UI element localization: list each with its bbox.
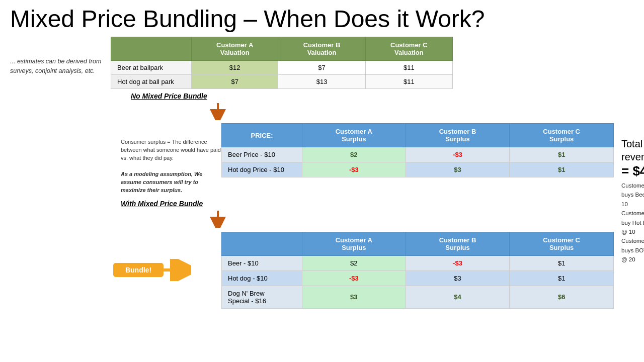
surplus-1-c-1: $1 <box>510 147 614 162</box>
bundle-section: Bundle! Customer ASurplus Custome <box>121 232 614 309</box>
valuation-table: Customer AValuation Customer BValuation … <box>111 37 453 89</box>
right-column: Total revenue = $40 Customer A buys Beer… <box>614 37 644 362</box>
surplus-1-a-1: $2 <box>302 147 406 162</box>
arrow-down-2 <box>209 210 614 230</box>
surplus-1-c-2: $1 <box>510 162 614 177</box>
page-title: Mixed Price Bundling – When Does it Work… <box>10 5 634 33</box>
center-column: ... estimates can be derived from survey… <box>10 37 614 362</box>
bundle-arrow-box: Bundle! <box>113 259 191 281</box>
revenue-1-note-2: Customer B buy Hot Dog @ 10 <box>621 209 644 236</box>
bundle-arrow-svg: Bundle! <box>113 259 191 281</box>
bundle-left: Bundle! <box>121 232 221 309</box>
surplus-2-row-2: Hot dog - $10 -$3 $3 $1 <box>222 270 614 286</box>
surplus-2-b-1: -$3 <box>406 255 510 270</box>
val-b-2: $13 <box>278 75 365 89</box>
bundle-table-wrap: Customer ASurplus Customer BSurplus Cust… <box>221 232 614 309</box>
valuation-table-wrap: Customer AValuation Customer BValuation … <box>111 37 614 89</box>
down-arrow-svg-2 <box>209 210 227 228</box>
surplus-1-row-1: Beer Price - $10 $2 -$3 $1 <box>222 147 614 162</box>
val-a-2: $7 <box>192 75 278 89</box>
no-bundle-label: No Mixed Price Bundle <box>131 92 614 100</box>
surplus-1-item-1: Beer Price - $10 <box>222 147 302 162</box>
surplus-1-item-2: Hot dog Price - $10 <box>222 162 302 177</box>
revenue-1-note-3: Customer C buys BOTH @ 20 <box>621 236 644 264</box>
surplus-2-a-2: -$3 <box>302 270 406 286</box>
surplus-2-item-2: Hot dog - $10 <box>222 270 302 286</box>
surplus-2-header-c: Customer CSurplus <box>510 232 614 255</box>
val-c-1: $11 <box>365 61 452 75</box>
revenue-1: Total revenue = $40 Customer A buys Beer… <box>621 137 644 264</box>
surplus-1-a-2: -$3 <box>302 162 406 177</box>
surplus-price-header: PRICE: <box>222 124 302 147</box>
surplus-1-header-c: Customer CSurplus <box>510 124 614 147</box>
val-item-1: Beer at ballpark <box>111 61 192 75</box>
surplus-1-header-b: Customer BSurplus <box>406 124 510 147</box>
revenue-1-notes: Customer A buys Beer @ 10 Customer B buy… <box>621 181 644 264</box>
surplus-2-row-1: Beer - $10 $2 -$3 $1 <box>222 255 614 270</box>
surplus-section-1: Consumer surplus = The difference betwee… <box>121 123 614 195</box>
val-header-cust-a: Customer AValuation <box>192 37 278 61</box>
revenue-1-note-1: Customer A buys Beer @ 10 <box>621 181 644 209</box>
top-area: ... estimates can be derived from survey… <box>10 37 614 89</box>
surplus-table-1: PRICE: Customer ASurplus Customer BSurpl… <box>221 123 614 177</box>
surplus-2-c-2: $1 <box>510 270 614 286</box>
down-arrow-svg-1 <box>209 102 227 120</box>
surplus-table-1-wrap: PRICE: Customer ASurplus Customer BSurpl… <box>221 123 614 195</box>
surplus-2-header-empty <box>222 232 302 255</box>
revenue-1-label: Total revenue <box>621 137 644 163</box>
val-header-empty <box>111 37 192 61</box>
surplus-1-header-a: Customer ASurplus <box>302 124 406 147</box>
surplus-1-b-1: -$3 <box>406 147 510 162</box>
val-header-cust-c: Customer CValuation <box>365 37 452 61</box>
val-a-1: $12 <box>192 61 278 75</box>
surplus-table-2: Customer ASurplus Customer BSurplus Cust… <box>221 232 614 309</box>
surplus-2-b-2: $3 <box>406 270 510 286</box>
surplus-note-body: As a modeling assumption, We assume cons… <box>121 171 202 193</box>
val-row-2: Hot dog at ball park $7 $13 $11 <box>111 75 453 89</box>
surplus-2-c-1: $1 <box>510 255 614 270</box>
outer-layout: ... estimates can be derived from survey… <box>10 37 634 362</box>
surplus-2-a-1: $2 <box>302 255 406 270</box>
surplus-1-b-2: $3 <box>406 162 510 177</box>
with-bundle-label: With Mixed Price Bundle <box>121 200 614 208</box>
top-left-note: ... estimates can be derived from survey… <box>10 37 111 89</box>
no-bundle-section: No Mixed Price Bundle <box>121 92 614 195</box>
page: Mixed Price Bundling – When Does it Work… <box>0 0 644 362</box>
surplus-2-item-3: Dog N' BrewSpecial - $16 <box>222 286 302 308</box>
surplus-1-row-2: Hot dog Price - $10 -$3 $3 $1 <box>222 162 614 177</box>
revenue-1-amount: = $40 <box>621 163 644 179</box>
revenue-box-1: Total revenue = $40 Customer A buys Beer… <box>621 137 644 264</box>
surplus-2-b-3: $4 <box>406 286 510 308</box>
val-header-cust-b: Customer BValuation <box>278 37 365 61</box>
val-row-1: Beer at ballpark $12 $7 $11 <box>111 61 453 75</box>
surplus-2-row-3: Dog N' BrewSpecial - $16 $3 $4 $6 <box>222 286 614 308</box>
arrow-down-1 <box>209 102 614 122</box>
surplus-left-note: Consumer surplus = The difference betwee… <box>121 123 221 195</box>
val-b-1: $7 <box>278 61 365 75</box>
svg-text:Bundle!: Bundle! <box>125 266 151 274</box>
surplus-2-c-3: $6 <box>510 286 614 308</box>
surplus-note-title: Consumer surplus = The difference betwee… <box>121 139 221 161</box>
surplus-2-header-a: Customer ASurplus <box>302 232 406 255</box>
surplus-2-header-b: Customer BSurplus <box>406 232 510 255</box>
surplus-2-item-1: Beer - $10 <box>222 255 302 270</box>
val-item-2: Hot dog at ball park <box>111 75 192 89</box>
val-c-2: $11 <box>365 75 452 89</box>
surplus-2-a-3: $3 <box>302 286 406 308</box>
with-bundle-section: With Mixed Price Bundle <box>121 200 614 309</box>
